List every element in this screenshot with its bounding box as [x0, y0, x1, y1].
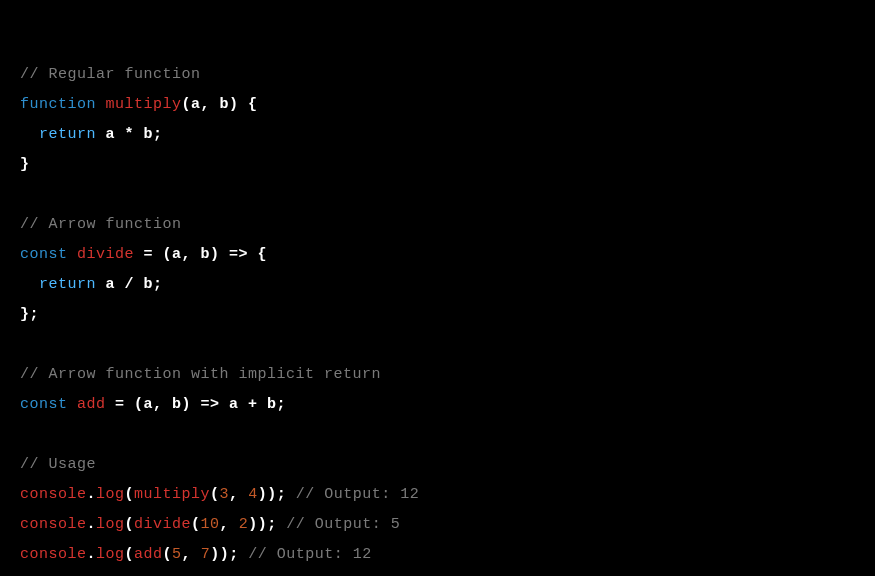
- paren-open: (: [163, 546, 173, 563]
- paren-open: (: [210, 486, 220, 503]
- comment-implicit-return: // Arrow function with implicit return: [20, 366, 381, 383]
- comment-regular-function: // Regular function: [20, 66, 201, 83]
- output-comment-5: // Output: 5: [277, 516, 401, 533]
- number-7: 7: [201, 546, 211, 563]
- paren-close: ): [248, 516, 258, 533]
- call-divide: divide: [134, 516, 191, 533]
- number-10: 10: [201, 516, 220, 533]
- dot: .: [87, 516, 97, 533]
- paren-close: ): [258, 486, 268, 503]
- paren-open: (: [134, 396, 144, 413]
- return-expr: a * b;: [96, 126, 163, 143]
- params: a, b: [191, 96, 229, 113]
- space: [96, 96, 106, 113]
- brace-open: {: [239, 96, 258, 113]
- console-obj: console: [20, 516, 87, 533]
- paren-close-semi: );: [267, 486, 286, 503]
- arrow-expr: => a + b;: [191, 396, 286, 413]
- indent: [20, 126, 39, 143]
- indent: [20, 276, 39, 293]
- comma: ,: [220, 516, 239, 533]
- dot: .: [87, 546, 97, 563]
- paren-close: ): [229, 96, 239, 113]
- comma: ,: [182, 546, 201, 563]
- keyword-function: function: [20, 96, 96, 113]
- output-comment-12: // Output: 12: [286, 486, 419, 503]
- number-4: 4: [248, 486, 258, 503]
- dot: .: [87, 486, 97, 503]
- log-method: log: [96, 486, 125, 503]
- log-method: log: [96, 516, 125, 533]
- paren-open: (: [125, 486, 135, 503]
- function-name-divide: divide: [77, 246, 134, 263]
- keyword-const: const: [20, 246, 68, 263]
- call-multiply: multiply: [134, 486, 210, 503]
- output-comment-12b: // Output: 12: [239, 546, 372, 563]
- paren-open: (: [163, 246, 173, 263]
- number-5: 5: [172, 546, 182, 563]
- keyword-return: return: [39, 276, 96, 293]
- equals: =: [106, 396, 135, 413]
- console-obj: console: [20, 486, 87, 503]
- equals: =: [134, 246, 163, 263]
- number-2: 2: [239, 516, 249, 533]
- paren-close-semi: );: [220, 546, 239, 563]
- paren-open: (: [182, 96, 192, 113]
- paren-open: (: [125, 546, 135, 563]
- console-obj: console: [20, 546, 87, 563]
- log-method: log: [96, 546, 125, 563]
- brace-close-semi: };: [20, 306, 39, 323]
- call-add: add: [134, 546, 163, 563]
- function-name-multiply: multiply: [106, 96, 182, 113]
- params: a, b: [144, 396, 182, 413]
- paren-close-semi: );: [258, 516, 277, 533]
- paren-close: ): [182, 396, 192, 413]
- comment-usage: // Usage: [20, 456, 96, 473]
- function-name-add: add: [77, 396, 106, 413]
- paren-close: ): [210, 246, 220, 263]
- comment-arrow-function: // Arrow function: [20, 216, 182, 233]
- number-3: 3: [220, 486, 230, 503]
- arrow-brace: => {: [220, 246, 268, 263]
- comma: ,: [229, 486, 248, 503]
- space: [68, 246, 78, 263]
- return-expr: a / b;: [96, 276, 163, 293]
- paren-close: ): [210, 546, 220, 563]
- brace-close: }: [20, 156, 30, 173]
- paren-open: (: [125, 516, 135, 533]
- keyword-return: return: [39, 126, 96, 143]
- paren-open: (: [191, 516, 201, 533]
- params: a, b: [172, 246, 210, 263]
- keyword-const: const: [20, 396, 68, 413]
- space: [68, 396, 78, 413]
- code-snippet: // Regular function function multiply(a,…: [20, 30, 855, 570]
